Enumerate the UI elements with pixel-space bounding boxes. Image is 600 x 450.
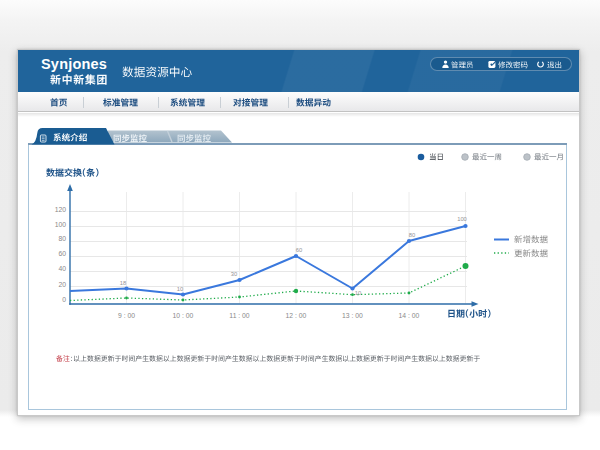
svg-text:0: 0	[62, 296, 66, 303]
svg-text:20: 20	[58, 281, 66, 288]
svg-text:100: 100	[55, 221, 67, 228]
svg-text:13 : 00: 13 : 00	[342, 312, 363, 319]
svg-text:80: 80	[409, 232, 415, 238]
svg-text:10 : 00: 10 : 00	[173, 312, 194, 319]
svg-text:40: 40	[58, 265, 66, 272]
svg-text:100: 100	[457, 216, 467, 222]
svg-text:12 : 00: 12 : 00	[286, 312, 307, 319]
svg-text:10: 10	[355, 290, 361, 296]
svg-text:120: 120	[55, 206, 67, 213]
svg-text:9 : 00: 9 : 00	[118, 312, 135, 319]
svg-text:80: 80	[58, 235, 66, 242]
svg-text:60: 60	[58, 250, 66, 257]
svg-text:18: 18	[120, 280, 126, 286]
svg-text:60: 60	[296, 247, 302, 253]
svg-text:30: 30	[231, 271, 237, 277]
svg-text:14 : 00: 14 : 00	[399, 312, 420, 319]
svg-text:10: 10	[177, 286, 183, 292]
svg-text:11 : 00: 11 : 00	[229, 312, 250, 319]
